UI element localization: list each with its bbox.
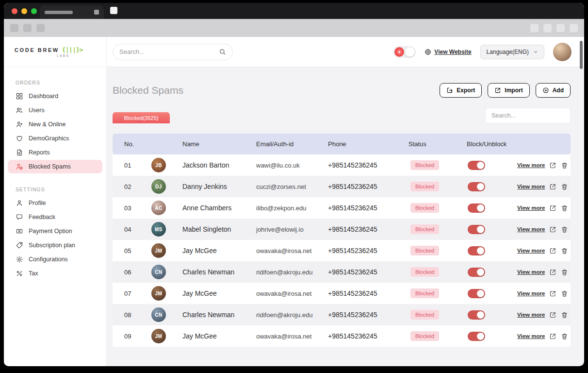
chevron-down-icon bbox=[533, 50, 538, 54]
trash-icon bbox=[561, 269, 568, 276]
sidebar-item-tax[interactable]: Tax bbox=[8, 267, 102, 280]
sidebar-item-new-online[interactable]: New & Online bbox=[8, 118, 102, 131]
user-block-icon bbox=[16, 163, 23, 170]
block-unblock-toggle[interactable] bbox=[468, 203, 485, 213]
toggle-knob bbox=[477, 204, 484, 212]
open-details-button[interactable] bbox=[549, 290, 556, 297]
blocked-spams-table: No. Name Email/Auth-id Phone Status Bloc… bbox=[113, 134, 571, 347]
export-button[interactable]: Export bbox=[440, 83, 482, 98]
delete-button[interactable] bbox=[561, 333, 568, 340]
open-details-button[interactable] bbox=[549, 333, 556, 340]
close-window-button[interactable] bbox=[12, 8, 17, 14]
view-more-link[interactable]: View more bbox=[517, 184, 545, 189]
row-avatar: DJ bbox=[151, 179, 166, 194]
block-unblock-toggle[interactable] bbox=[468, 289, 485, 298]
toggle-knob bbox=[477, 162, 484, 169]
import-icon bbox=[494, 87, 501, 94]
add-button[interactable]: Add bbox=[536, 83, 571, 98]
sidebar-item-blocked-spams[interactable]: Blocked Spams bbox=[8, 160, 102, 173]
block-unblock-toggle[interactable] bbox=[468, 268, 485, 277]
block-unblock-toggle[interactable] bbox=[468, 161, 485, 170]
toggle-knob bbox=[477, 311, 484, 319]
row-number: 05 bbox=[124, 247, 151, 254]
external-link-icon bbox=[549, 226, 556, 233]
topbar: View Website Language(ENG) bbox=[107, 37, 584, 67]
dashboard-icon bbox=[16, 92, 23, 100]
block-unblock-toggle[interactable] bbox=[468, 332, 485, 341]
view-more-link[interactable]: View more bbox=[517, 290, 545, 296]
sidebar-item-subscription-plan[interactable]: Subscription plan bbox=[8, 238, 102, 252]
table-row: 05 JM Jay McGee owavaka@irosa.net +98514… bbox=[113, 240, 571, 261]
table-row: 08 CN Charles Newman ridifoen@akroju.edu… bbox=[113, 304, 571, 325]
view-more-link[interactable]: View more bbox=[517, 269, 545, 275]
new-tab-button[interactable] bbox=[110, 7, 117, 14]
language-label: Language(ENG) bbox=[487, 49, 529, 55]
scrollbar-thumb[interactable] bbox=[580, 41, 583, 69]
open-details-button[interactable] bbox=[549, 311, 556, 319]
delete-button[interactable] bbox=[561, 226, 568, 233]
view-website-link[interactable]: View Website bbox=[425, 49, 471, 55]
subscription-icon bbox=[16, 241, 23, 249]
sidebar-item-users[interactable]: Users bbox=[8, 103, 102, 117]
sidebar-item-payment-option[interactable]: Payment Option bbox=[8, 224, 102, 238]
view-more-link[interactable]: View more bbox=[517, 205, 545, 211]
export-icon bbox=[446, 87, 453, 94]
delete-button[interactable] bbox=[561, 247, 568, 254]
trash-icon bbox=[561, 247, 568, 254]
table-row: 06 CN Charles Newman ridifoen@akroju.edu… bbox=[113, 261, 571, 283]
table-header-row: No. Name Email/Auth-id Phone Status Bloc… bbox=[113, 134, 571, 154]
user-avatar[interactable] bbox=[553, 43, 572, 61]
view-more-link[interactable]: View more bbox=[517, 226, 545, 232]
delete-button[interactable] bbox=[561, 311, 568, 319]
delete-button[interactable] bbox=[561, 269, 568, 276]
row-name: Mabel Singleton bbox=[182, 225, 256, 233]
export-button-label: Export bbox=[457, 87, 475, 94]
open-details-button[interactable] bbox=[549, 269, 556, 276]
block-unblock-toggle[interactable] bbox=[468, 182, 485, 191]
sidebar-item-demographics[interactable]: DemoGraphics bbox=[8, 132, 102, 145]
configurations-icon bbox=[16, 255, 23, 263]
view-more-link[interactable]: View more bbox=[517, 248, 545, 254]
delete-button[interactable] bbox=[561, 183, 568, 190]
open-details-button[interactable] bbox=[549, 247, 556, 254]
import-button[interactable]: Import bbox=[488, 83, 529, 98]
row-number: 06 bbox=[124, 269, 151, 276]
logo-block: CODE BREW {|||}> LABS bbox=[4, 37, 106, 67]
sidebar-item-reports[interactable]: Reports bbox=[8, 146, 102, 159]
row-phone: +985145236245 bbox=[328, 268, 408, 276]
block-unblock-toggle[interactable] bbox=[468, 225, 485, 234]
delete-button[interactable] bbox=[561, 162, 568, 169]
sidebar-item-feedback[interactable]: Feedback bbox=[8, 210, 102, 224]
row-avatar: CN bbox=[151, 265, 166, 279]
minimize-window-button[interactable] bbox=[21, 8, 27, 14]
status-badge: Blocked bbox=[410, 331, 439, 341]
delete-button[interactable] bbox=[561, 204, 568, 212]
global-search-input[interactable] bbox=[119, 48, 219, 55]
sidebar-item-configurations[interactable]: Configurations bbox=[8, 253, 102, 266]
table-row: 02 DJ Danny Jenkins cuczi@zorses.net +98… bbox=[113, 176, 571, 197]
view-more-link[interactable]: View more bbox=[517, 312, 545, 318]
language-selector[interactable]: Language(ENG) bbox=[480, 45, 544, 59]
block-unblock-toggle[interactable] bbox=[468, 246, 485, 255]
block-unblock-toggle[interactable] bbox=[468, 310, 485, 320]
tab-blocked[interactable]: Blocked(3525) bbox=[113, 112, 170, 123]
sidebar-item-dashboard[interactable]: Dashboard bbox=[8, 89, 102, 103]
zoom-window-button[interactable] bbox=[31, 8, 37, 14]
sidebar-item-profile[interactable]: Profile bbox=[8, 196, 102, 210]
view-more-link[interactable]: View more bbox=[517, 333, 545, 339]
open-details-button[interactable] bbox=[549, 204, 556, 212]
table-search-input[interactable] bbox=[491, 112, 570, 119]
browser-tab[interactable] bbox=[40, 5, 104, 19]
open-details-button[interactable] bbox=[549, 162, 556, 169]
row-name: Jay McGee bbox=[182, 332, 256, 340]
page-title: Blocked Spams bbox=[113, 85, 183, 96]
browser-menu-placeholder bbox=[570, 24, 578, 32]
tab-close-icon[interactable] bbox=[94, 10, 99, 15]
open-details-button[interactable] bbox=[549, 226, 556, 233]
theme-toggle[interactable] bbox=[393, 46, 416, 58]
open-details-button[interactable] bbox=[549, 183, 556, 190]
delete-button[interactable] bbox=[561, 290, 568, 297]
view-more-link[interactable]: View more bbox=[517, 162, 545, 168]
trash-icon bbox=[561, 162, 568, 169]
row-avatar: JM bbox=[151, 243, 166, 258]
